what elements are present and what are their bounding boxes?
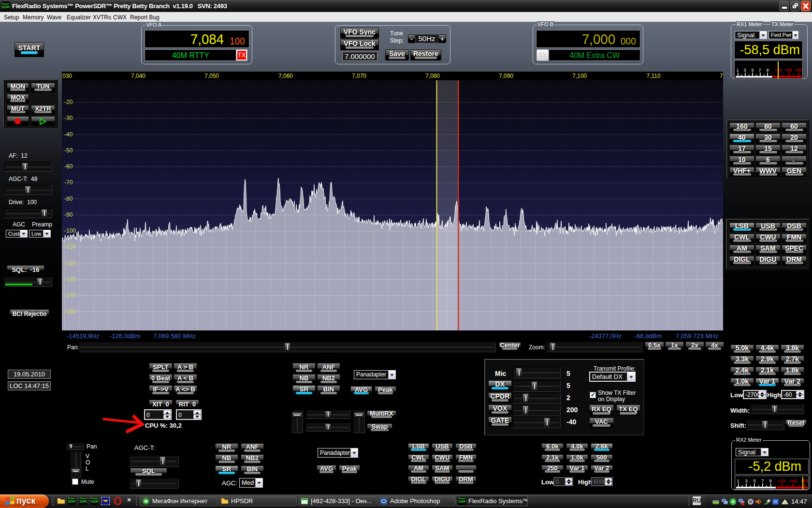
- svg-text:+60: +60: [800, 478, 808, 483]
- svg-text:+40: +40: [789, 478, 797, 483]
- svg-text:9: 9: [766, 68, 768, 73]
- svg-text:3: 3: [743, 68, 746, 73]
- svg-text:+60: +60: [795, 68, 802, 73]
- svg-text:7: 7: [761, 478, 764, 483]
- svg-text:5: 5: [753, 478, 755, 483]
- svg-text:3: 3: [745, 478, 747, 483]
- svg-text:5: 5: [751, 68, 754, 73]
- svg-text:1: 1: [737, 478, 739, 483]
- svg-text:+20: +20: [778, 478, 785, 483]
- svg-text:+40: +40: [784, 68, 792, 73]
- svg-text:9: 9: [769, 478, 771, 483]
- svg-text:7: 7: [758, 68, 761, 73]
- svg-text:1: 1: [736, 68, 739, 73]
